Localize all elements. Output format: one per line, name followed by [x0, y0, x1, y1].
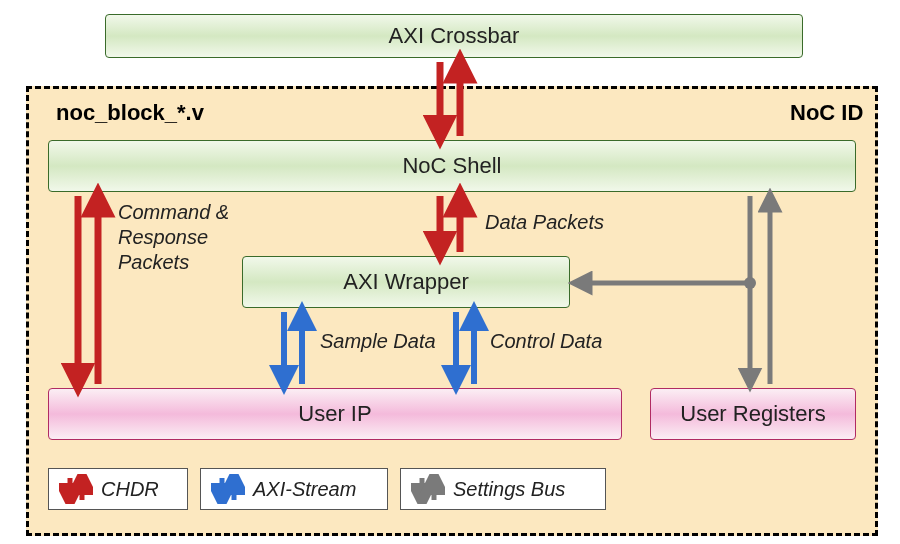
axi-crossbar-block: AXI Crossbar: [105, 14, 803, 58]
user-registers-block: User Registers: [650, 388, 856, 440]
user-ip-label: User IP: [298, 401, 371, 427]
legend-settings-bus: Settings Bus: [400, 468, 606, 510]
legend-chdr-label: CHDR: [101, 478, 159, 501]
user-registers-label: User Registers: [680, 401, 825, 427]
axi-crossbar-label: AXI Crossbar: [389, 23, 520, 49]
arrow-pair-blue-icon: [211, 474, 245, 504]
diagram-canvas: AXI Crossbar noc_block_*.v NoC ID NoC Sh…: [0, 0, 900, 544]
legend-settings-bus-label: Settings Bus: [453, 478, 565, 501]
legend-chdr: CHDR: [48, 468, 188, 510]
sample-data-label: Sample Data: [320, 329, 436, 354]
noc-shell-block: NoC Shell: [48, 140, 856, 192]
noc-id-label: NoC ID: [790, 100, 863, 126]
axi-wrapper-label: AXI Wrapper: [343, 269, 469, 295]
noc-shell-label: NoC Shell: [402, 153, 501, 179]
noc-block-filename: noc_block_*.v: [56, 100, 204, 126]
legend-axi-stream: AXI-Stream: [200, 468, 388, 510]
user-ip-block: User IP: [48, 388, 622, 440]
axi-wrapper-block: AXI Wrapper: [242, 256, 570, 308]
arrow-pair-gray-icon: [411, 474, 445, 504]
control-data-label: Control Data: [490, 329, 602, 354]
arrow-pair-red-icon: [59, 474, 93, 504]
legend-axi-stream-label: AXI-Stream: [253, 478, 356, 501]
cmd-resp-label: Command & Response Packets: [118, 200, 229, 275]
data-packets-label: Data Packets: [485, 210, 604, 235]
